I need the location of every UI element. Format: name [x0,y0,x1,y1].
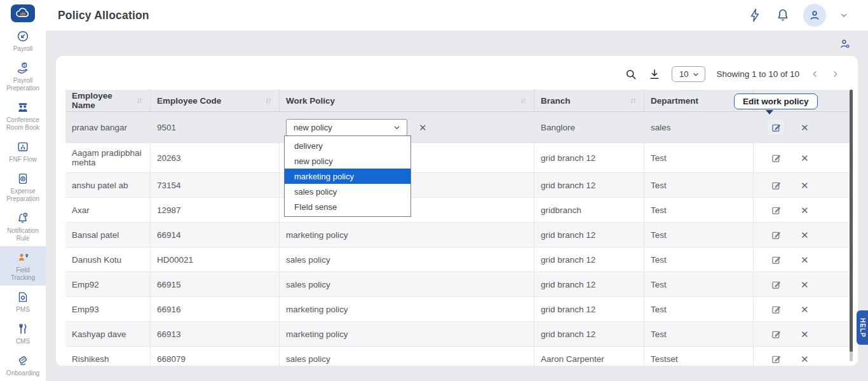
edit-icon [771,122,782,133]
employee-code-cell: 66913 [151,322,280,347]
column-header-branch[interactable]: Branch [534,90,644,112]
remove-policy-icon[interactable]: ✕ [801,280,809,289]
sort-icon[interactable] [629,97,637,105]
sort-icon[interactable] [264,97,273,105]
dropdown-option[interactable]: FIeld sense [285,199,410,214]
onboarding-icon [16,354,30,368]
department-value: Test [651,153,667,163]
edit-work-policy-button[interactable] [766,201,785,219]
department-cell: Testset [644,347,754,366]
edit-work-policy-button[interactable] [766,251,785,268]
edit-work-policy-button[interactable] [766,226,785,244]
edit-work-policy-button[interactable] [766,118,785,136]
sidebar-item-payroll[interactable]: Payroll [0,25,46,57]
sidebar-item-notification-rule[interactable]: Notification Rule [0,207,46,246]
remove-policy-icon[interactable]: ✕ [801,205,809,215]
sidebar-item-label: Onboarding [6,370,39,377]
edit-work-policy-button[interactable] [766,275,785,293]
search-icon[interactable] [625,68,637,81]
column-header-work-policy[interactable]: Work Policy [280,90,534,112]
user-settings-icon[interactable] [839,38,851,50]
edit-work-policy-button[interactable] [766,300,785,318]
sidebar-item-cms[interactable]: CMS [0,317,46,349]
page-size-select[interactable]: 10 [672,66,705,82]
employee-code-cell: HD00021 [151,247,280,272]
branch-cell: grid branch 12 [534,322,644,347]
dropdown-option[interactable]: sales policy [285,184,410,199]
edit-work-policy-button[interactable] [766,350,785,366]
employee-code-cell: 66915 [151,272,280,297]
next-page-icon[interactable] [831,69,840,79]
department-cell: Test [644,272,754,297]
notifications-bell-icon[interactable] [775,8,790,23]
work-policy-dropdown: deliverynew policymarketing policysales … [284,135,411,217]
table-row: Axar 12987 gridbranch Test ✕ [65,198,850,223]
download-icon[interactable] [648,68,661,81]
actions-cell: ✕ [754,198,850,223]
employee-name-cell: anshu patel ab [65,173,151,198]
remove-policy-icon[interactable]: ✕ [801,329,809,339]
employee-name: anshu patel ab [72,181,128,190]
remove-policy-icon[interactable]: ✕ [801,255,809,265]
remove-policy-icon[interactable]: ✕ [801,153,809,163]
edit-icon [771,180,782,191]
work-policy-select[interactable]: new policy [286,119,407,136]
edit-work-policy-button[interactable] [766,149,785,167]
sidebar-item-expense-preparation[interactable]: Expense Preparation [0,167,46,207]
sidebar-item-payroll-preperation[interactable]: Payroll Preperation [0,57,46,96]
user-avatar[interactable] [803,4,826,27]
branch-value: grid branch 12 [541,305,595,314]
quick-actions-lightning-icon[interactable] [747,8,763,23]
sidebar-item-conference-room-book[interactable]: Conference Room Book [0,96,46,135]
employee-name-cell: Emp92 [65,272,151,297]
sidebar-item-label: Field Tracking [11,267,35,282]
department-value: Test [651,230,667,240]
edit-icon [771,279,782,290]
dropdown-option[interactable]: marketing policy [285,169,410,184]
sidebar-item-field-tracking[interactable]: Field Tracking [0,246,46,286]
sidebar-item-pms[interactable]: PMS [0,286,46,317]
remove-policy-icon[interactable]: ✕ [801,354,809,364]
work-policy-value: sales policy [286,255,330,265]
previous-page-icon[interactable] [810,69,820,79]
work-policy-cell: marketing policy [280,322,534,347]
employee-code: 66914 [157,230,181,240]
sidebar-item-onboarding[interactable]: Onboarding [0,349,46,381]
edit-work-policy-button[interactable] [766,176,785,194]
employee-name: Axar [72,205,90,215]
sidebar-item-fnf-flow[interactable]: FNF Flow [0,135,46,167]
work-policy-value: marketing policy [286,305,348,314]
table-row: Danush Kotu HD00021 sales policy grid br… [65,247,850,272]
help-tab[interactable]: HELP [857,310,868,345]
remove-policy-icon[interactable]: ✕ [801,305,809,314]
department-value: Test [651,181,667,190]
column-header-employee-code[interactable]: Employee Code [151,90,280,112]
remove-policy-icon[interactable]: ✕ [801,123,809,132]
cancel-edit-icon[interactable]: ✕ [419,123,427,132]
sidebar-item-label: FNF Flow [9,156,36,163]
dropdown-option[interactable]: new policy [285,153,410,169]
profile-chevron-down-icon[interactable] [839,10,849,20]
app-logo[interactable] [11,4,35,22]
sort-icon[interactable] [135,97,144,105]
employee-code: 73154 [157,181,181,190]
conference-room-icon [16,100,30,114]
table-row: Rishikesh 668079 sales policy Aaron Carp… [65,347,850,366]
dropdown-option[interactable]: delivery [285,138,410,153]
edit-icon [771,254,782,265]
column-header-employee-name[interactable]: Employee Name [65,90,151,112]
actions-cell: ✕ [754,272,850,297]
sort-icon[interactable] [519,97,527,105]
branch-value: grid branch 12 [541,280,595,289]
table-header-row: Employee NameEmployee CodeWork PolicyBra… [65,90,850,112]
chevron-down-icon [692,71,700,78]
remove-policy-icon[interactable]: ✕ [801,230,809,240]
edit-work-policy-button[interactable] [766,325,785,343]
employee-code-cell: 9501 [151,112,280,143]
table-scrollbar-thumb[interactable] [850,90,853,352]
remove-policy-icon[interactable]: ✕ [801,181,809,190]
pagination-status: Showing 1 to 10 of 10 [716,69,799,79]
tooltip-arrow [766,110,773,114]
department-value: Test [651,255,667,265]
employee-code-cell: 73154 [151,173,280,198]
